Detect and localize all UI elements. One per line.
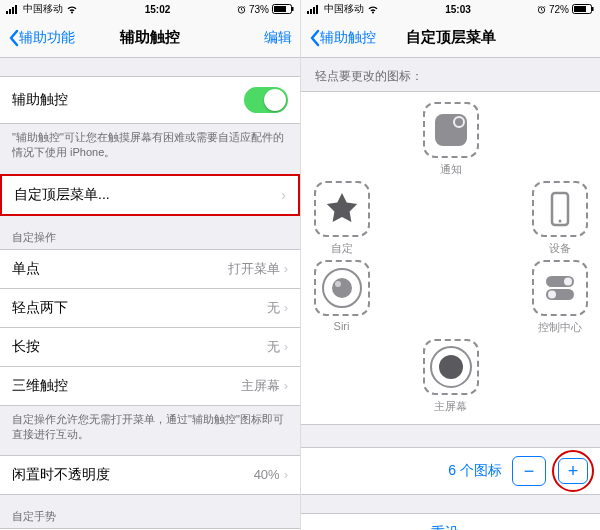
- device-icon: [540, 189, 580, 229]
- chevron-right-icon: ›: [284, 339, 288, 354]
- control-center-icon: [540, 268, 580, 308]
- left-phone: 中国移动 15:02 73% 辅助功能 辅助触控 编辑 辅助触控: [0, 0, 300, 530]
- wifi-icon: [367, 5, 379, 14]
- customize-top-menu-row[interactable]: 自定顶层菜单... ›: [0, 174, 300, 216]
- battery-icon: [572, 4, 594, 14]
- svg-point-28: [439, 355, 463, 379]
- chevron-right-icon: ›: [284, 378, 288, 393]
- row-label: 自定顶层菜单...: [14, 186, 110, 204]
- svg-rect-6: [274, 6, 286, 12]
- chevron-left-icon: [309, 29, 320, 47]
- carrier-label: 中国移动: [324, 2, 364, 16]
- row-label: 三维触控: [12, 377, 68, 395]
- row-label: 辅助触控: [12, 91, 68, 109]
- menu-icon-device[interactable]: 设备: [525, 181, 595, 256]
- row-value: 打开菜单: [228, 260, 280, 278]
- signal-icon: [307, 5, 321, 14]
- row-label: 闲置时不透明度: [12, 466, 110, 484]
- signal-icon: [6, 5, 20, 14]
- battery-label: 72%: [549, 4, 569, 15]
- toggle-footer: "辅助触控"可让您在触摸屏幕有困难或需要自适应配件的情况下使用 iPhone。: [0, 124, 300, 161]
- back-button[interactable]: 辅助触控: [309, 29, 376, 47]
- decrease-button[interactable]: −: [512, 456, 546, 486]
- action-3d-touch[interactable]: 三维触控 主屏幕›: [0, 367, 300, 406]
- nav-bar: 辅助功能 辅助触控 编辑: [0, 18, 300, 58]
- icon-label: 设备: [549, 241, 571, 256]
- custom-gesture-header: 自定手势: [0, 495, 300, 528]
- menu-icon-control[interactable]: 控制中心: [525, 260, 595, 335]
- svg-rect-9: [310, 9, 312, 14]
- status-time: 15:03: [445, 4, 471, 15]
- svg-rect-10: [313, 7, 315, 14]
- battery-label: 73%: [249, 4, 269, 15]
- home-icon: [429, 345, 473, 389]
- chevron-right-icon: ›: [284, 261, 288, 276]
- icon-count-row: 6 个图标 − +: [301, 447, 600, 495]
- row-label: 轻点两下: [12, 299, 68, 317]
- svg-rect-11: [316, 5, 318, 14]
- highlight-circle-icon: +: [552, 450, 594, 492]
- svg-rect-7: [292, 7, 294, 11]
- custom-actions-header: 自定操作: [0, 216, 300, 249]
- battery-icon: [272, 4, 294, 14]
- back-label: 辅助触控: [320, 29, 376, 47]
- actions-footer: 自定操作允许您无需打开菜单，通过"辅助触控"图标即可直接进行互动。: [0, 406, 300, 443]
- svg-point-26: [548, 291, 556, 299]
- row-value: 无: [267, 299, 280, 317]
- svg-rect-8: [307, 11, 309, 14]
- svg-rect-2: [12, 7, 14, 14]
- alarm-icon: [237, 5, 246, 14]
- action-single-tap[interactable]: 单点 打开菜单›: [0, 249, 300, 289]
- assistive-touch-toggle-row[interactable]: 辅助触控: [0, 76, 300, 124]
- status-bar: 中国移动 15:03 72%: [301, 0, 600, 18]
- edit-button[interactable]: 编辑: [264, 29, 292, 47]
- svg-point-24: [564, 278, 572, 286]
- carrier-label: 中国移动: [23, 2, 63, 16]
- svg-point-22: [335, 281, 341, 287]
- row-label: 长按: [12, 338, 40, 356]
- action-long-press[interactable]: 长按 无›: [0, 328, 300, 367]
- row-value: 40%: [254, 467, 280, 482]
- wifi-icon: [66, 5, 78, 14]
- chevron-right-icon: ›: [281, 187, 286, 203]
- menu-icon-custom[interactable]: 自定: [307, 181, 377, 256]
- reset-button[interactable]: 重设...: [301, 513, 600, 530]
- action-double-tap[interactable]: 轻点两下 无›: [0, 289, 300, 328]
- svg-rect-0: [6, 11, 8, 14]
- right-phone: 中国移动 15:03 72% 辅助触控 自定顶层菜单 轻点要更改的图标：: [300, 0, 600, 530]
- page-title: 自定顶层菜单: [406, 28, 496, 47]
- icon-label: Siri: [334, 320, 350, 332]
- page-title: 辅助触控: [120, 28, 180, 47]
- menu-icon-notify[interactable]: 通知: [416, 102, 486, 177]
- idle-opacity-row[interactable]: 闲置时不透明度 40%›: [0, 455, 300, 495]
- hint-text: 轻点要更改的图标：: [301, 58, 600, 91]
- status-bar: 中国移动 15:02 73%: [0, 0, 300, 18]
- icon-label: 主屏幕: [434, 399, 467, 414]
- alarm-icon: [537, 5, 546, 14]
- svg-point-21: [332, 278, 352, 298]
- siri-icon: [321, 267, 363, 309]
- svg-rect-14: [574, 6, 586, 12]
- svg-rect-15: [592, 7, 594, 11]
- star-icon: [322, 189, 362, 229]
- status-time: 15:02: [145, 4, 171, 15]
- nav-bar: 辅助触控 自定顶层菜单: [301, 18, 600, 58]
- back-button[interactable]: 辅助功能: [8, 29, 75, 47]
- increase-button[interactable]: +: [558, 458, 588, 484]
- chevron-right-icon: ›: [284, 467, 288, 482]
- notification-icon: [431, 110, 471, 150]
- svg-rect-1: [9, 9, 11, 14]
- icon-panel: 通知 自定 设备 Siri: [301, 91, 600, 425]
- chevron-right-icon: ›: [284, 300, 288, 315]
- toggle-switch-icon[interactable]: [244, 87, 288, 113]
- svg-point-19: [558, 220, 561, 223]
- row-value: 主屏幕: [241, 377, 280, 395]
- back-label: 辅助功能: [19, 29, 75, 47]
- menu-icon-home[interactable]: 主屏幕: [416, 339, 486, 414]
- menu-icon-siri[interactable]: Siri: [307, 260, 377, 335]
- row-label: 单点: [12, 260, 40, 278]
- icon-count-label: 6 个图标: [448, 462, 502, 480]
- icon-label: 自定: [331, 241, 353, 256]
- row-value: 无: [267, 338, 280, 356]
- icon-label: 通知: [440, 162, 462, 177]
